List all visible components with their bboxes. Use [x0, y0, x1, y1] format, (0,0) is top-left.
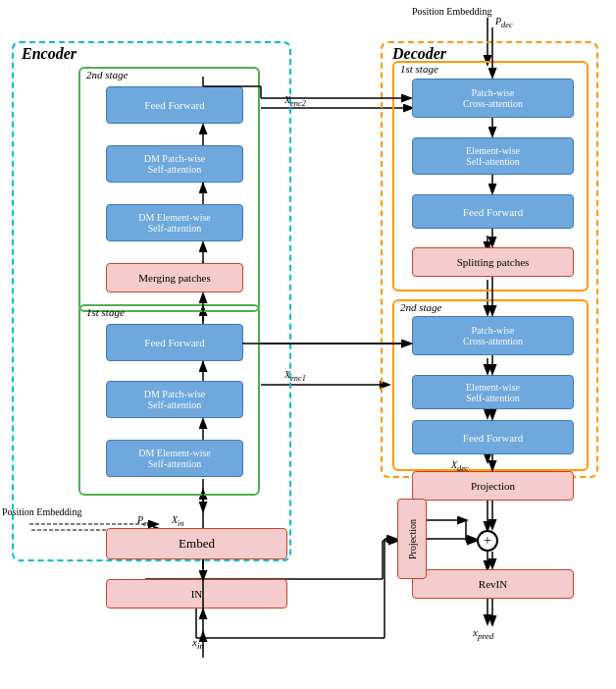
embed-box: Embed: [106, 528, 287, 559]
decoder-ff2: Feed Forward: [412, 420, 574, 454]
sum-circle: +: [477, 530, 498, 552]
x-enc1-label: Xenc1: [284, 369, 306, 383]
x-pred-label: xpred: [473, 626, 493, 641]
decoder-stage2-label: 2nd stage: [400, 301, 441, 313]
encoder-stage2-label: 2nd stage: [86, 69, 128, 80]
pos-emb-enc-label: Position Embedding: [2, 506, 81, 517]
decoder-patch-cross2: Patch-wiseCross-attention: [412, 316, 574, 355]
x-enc2-label: Xenc2: [284, 94, 306, 108]
in-box: IN: [106, 579, 287, 609]
x-in-label: Xin: [172, 514, 184, 528]
projection-side: Projection: [397, 499, 427, 579]
encoder-dm-elem1: DM Element-wiseSelf-attention: [106, 204, 243, 241]
projection-top: Projection: [412, 471, 574, 501]
encoder-dm-patch1: DM Patch-wiseSelf-attention: [106, 145, 243, 183]
encoder-stage1-label: 1st stage: [86, 306, 125, 318]
decoder-patch-cross1: Patch-wiseCross-attention: [412, 79, 574, 118]
decoder-elem-self2: Element-wiseSelf-attention: [412, 375, 574, 409]
encoder-dm-patch2: DM Patch-wiseSelf-attention: [106, 381, 243, 418]
decoder-stage1-label: 1st stage: [400, 63, 438, 75]
encoder-label: Encoder: [22, 45, 77, 63]
p-dec-label: Pdec: [495, 16, 513, 29]
revin-box: RevIN: [412, 569, 574, 599]
encoder-ff2: Feed Forward: [106, 324, 243, 361]
x-in-bottom-label: xin: [192, 636, 204, 651]
encoder-ff1: Feed Forward: [106, 86, 243, 124]
encoder-dm-elem2: DM Element-wiseSelf-attention: [106, 440, 243, 477]
splitting-patches: Splitting patches: [412, 247, 574, 277]
diagram: Encoder 2nd stage Feed Forward DM Patch-…: [0, 0, 616, 689]
p-enc-label: Penc: [137, 514, 155, 528]
decoder-elem-self1: Element-wiseSelf-attention: [412, 137, 574, 175]
pos-emb-dec-label: Position Embedding: [412, 6, 491, 17]
merging-patches: Merging patches: [106, 263, 243, 292]
decoder-ff1: Feed Forward: [412, 194, 574, 229]
